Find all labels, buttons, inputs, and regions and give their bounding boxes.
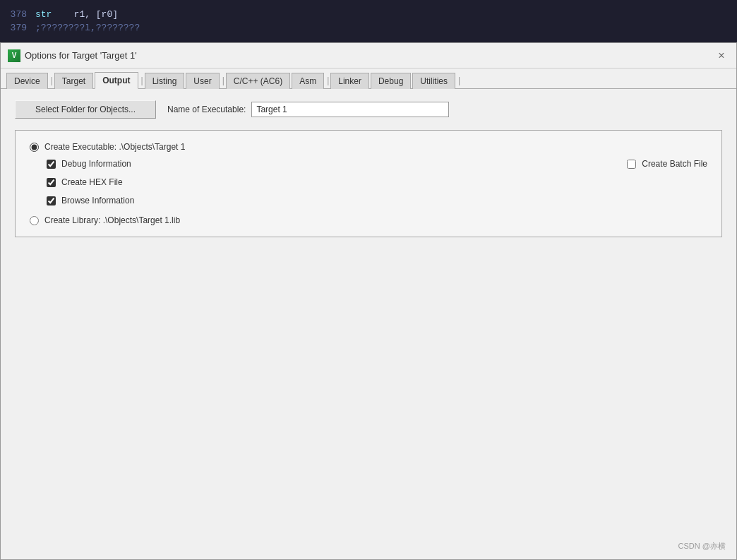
tab-cpp[interactable]: C/C++ (AC6) <box>226 73 290 89</box>
tab-sep-1: | <box>49 73 54 88</box>
select-folder-button[interactable]: Select Folder for Objects... <box>15 100 156 119</box>
create-executable-label: Create Executable: .\Objects\Target 1 <box>44 142 185 152</box>
debug-info-label: Debug Information <box>61 159 131 169</box>
exe-name-label: Name of Executable: <box>167 105 246 114</box>
tab-user[interactable]: User <box>186 73 219 89</box>
options-box: Create Batch File Create Executable: .\O… <box>15 130 722 237</box>
app-icon: V <box>8 49 20 62</box>
browse-info-label: Browse Information <box>61 196 134 205</box>
executable-options: Debug Information Create HEX File Browse… <box>47 159 707 205</box>
code-operand-378: r1, [r0] <box>52 9 118 20</box>
browse-info-item: Browse Information <box>47 196 707 205</box>
watermark: CSDN @亦横 <box>678 541 726 552</box>
tab-linker[interactable]: Linker <box>330 73 369 89</box>
tab-target[interactable]: Target <box>54 73 93 89</box>
title-bar: V Options for Target 'Target 1' × <box>1 43 736 68</box>
tab-utilities[interactable]: Utilities <box>412 73 455 89</box>
tab-listing[interactable]: Listing <box>145 73 185 89</box>
code-line-378: 378 str r1, [r0] <box>0 8 737 21</box>
create-library-label: Create Library: .\Objects\Target 1.lib <box>44 215 180 225</box>
tab-output[interactable]: Output <box>95 72 138 89</box>
tab-content: Select Folder for Objects... Name of Exe… <box>1 89 736 559</box>
debug-info-item: Debug Information <box>47 159 707 169</box>
top-row: Select Folder for Objects... Name of Exe… <box>15 100 722 119</box>
create-library-radio[interactable] <box>30 216 39 225</box>
create-batch-file-label: Create Batch File <box>642 159 707 169</box>
tab-bar: Device | Target Output | Listing User | … <box>1 68 736 89</box>
line-number-378: 378 <box>0 9 35 20</box>
create-hex-checkbox[interactable] <box>47 178 56 187</box>
create-hex-item: Create HEX File <box>47 177 707 187</box>
debug-info-checkbox[interactable] <box>47 160 56 169</box>
create-batch-file-row: Create Batch File <box>627 159 707 169</box>
create-executable-option: Create Executable: .\Objects\Target 1 <box>30 142 707 152</box>
browse-info-checkbox[interactable] <box>47 196 56 205</box>
code-keyword-str: str <box>35 9 52 20</box>
title-bar-left: V Options for Target 'Target 1' <box>8 49 137 62</box>
tab-sep-3: | <box>221 73 226 88</box>
exe-name-row: Name of Executable: <box>167 102 449 117</box>
options-dialog: V Options for Target 'Target 1' × Device… <box>0 42 737 560</box>
line-number-379: 379 <box>0 23 35 33</box>
close-button[interactable]: × <box>714 48 729 64</box>
tab-sep-5: | <box>457 73 462 88</box>
create-library-option: Create Library: .\Objects\Target 1.lib <box>30 215 707 225</box>
code-editor: 378 str r1, [r0] 379 ;????????l,???????? <box>0 0 737 42</box>
tab-debug[interactable]: Debug <box>371 73 411 89</box>
code-line-379: 379 ;????????l,???????? <box>0 21 737 35</box>
tab-sep-2: | <box>140 73 145 88</box>
exe-name-input[interactable] <box>251 102 449 117</box>
tab-device[interactable]: Device <box>6 73 48 89</box>
create-executable-radio[interactable] <box>30 143 39 152</box>
code-comment-379: ;????????l,???????? <box>35 23 140 33</box>
create-batch-file-checkbox[interactable] <box>627 160 636 169</box>
tab-sep-4: | <box>325 73 330 88</box>
tab-asm[interactable]: Asm <box>292 73 324 89</box>
create-hex-label: Create HEX File <box>61 177 123 187</box>
dialog-title: Options for Target 'Target 1' <box>25 50 137 61</box>
